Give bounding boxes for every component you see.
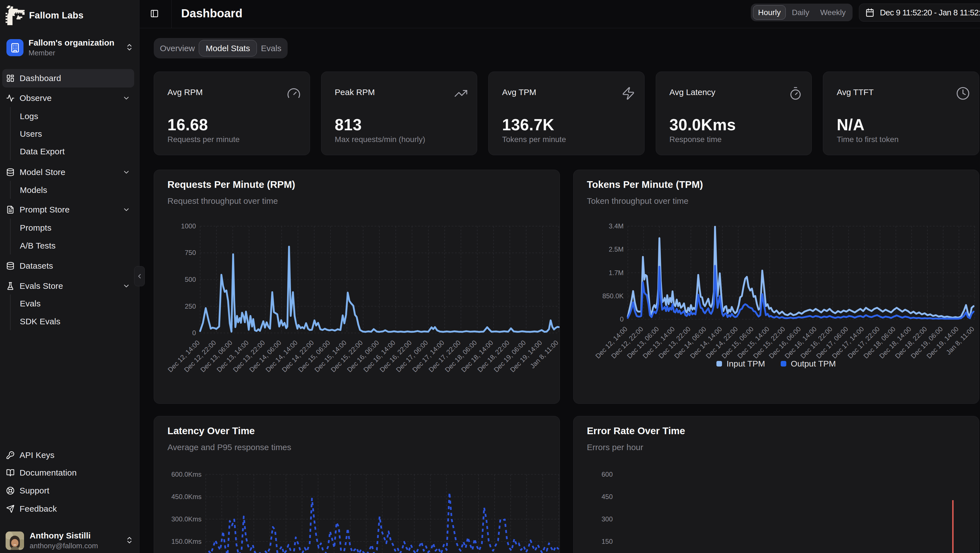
svg-text:0: 0 bbox=[620, 316, 623, 323]
svg-text:600.0Kms: 600.0Kms bbox=[171, 470, 202, 478]
svg-text:2.5M: 2.5M bbox=[609, 245, 623, 253]
svg-text:300: 300 bbox=[601, 515, 612, 523]
svg-text:150: 150 bbox=[601, 538, 612, 545]
svg-text:300.0Kms: 300.0Kms bbox=[171, 515, 202, 523]
svg-text:750: 750 bbox=[185, 249, 196, 257]
svg-text:1.7M: 1.7M bbox=[609, 269, 623, 276]
svg-text:500: 500 bbox=[185, 276, 196, 283]
svg-text:450.0Kms: 450.0Kms bbox=[171, 493, 202, 500]
svg-text:450: 450 bbox=[601, 493, 612, 500]
svg-text:1000: 1000 bbox=[181, 222, 196, 230]
svg-text:0: 0 bbox=[192, 329, 196, 336]
svg-text:600: 600 bbox=[601, 470, 612, 478]
svg-text:3.4M: 3.4M bbox=[609, 222, 623, 230]
svg-text:150.0Kms: 150.0Kms bbox=[171, 538, 202, 545]
svg-text:250: 250 bbox=[185, 303, 196, 310]
svg-text:850.0K: 850.0K bbox=[602, 292, 623, 300]
